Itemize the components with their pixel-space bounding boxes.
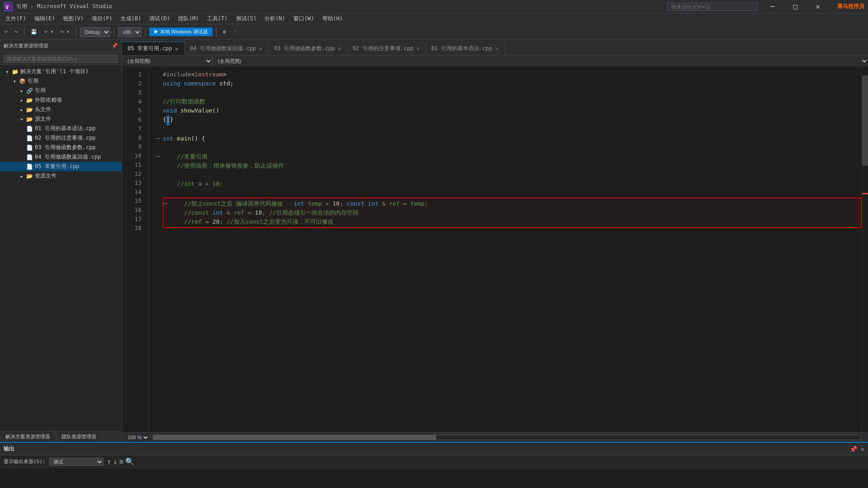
- tb-back-btn[interactable]: ↩: [2, 28, 10, 36]
- sidebar-pin-icon[interactable]: 📌: [112, 43, 118, 49]
- sidebar-header: 解决方案资源管理器 📌: [0, 40, 122, 52]
- output-wrap-btn[interactable]: ↓: [113, 457, 118, 466]
- scope-right-select[interactable]: (全局范围): [212, 56, 868, 66]
- code-line-10: ─ //常量引用: [156, 152, 862, 161]
- tree-file-2[interactable]: 📄 02 引用的注意事项.cpp: [0, 133, 122, 143]
- code-line-8: ─ int main() {: [156, 134, 862, 143]
- tree-source[interactable]: ▾ 📂 源文件: [0, 114, 122, 124]
- tree-file-3[interactable]: 📄 03 引用做函数参数.cpp: [0, 143, 122, 152]
- tree-headers[interactable]: ▸ 📂 头文件: [0, 105, 122, 114]
- sidebar-tab-solution[interactable]: 解决方案资源管理器: [0, 432, 56, 442]
- output-find-btn[interactable]: 🔍: [125, 457, 134, 466]
- h-scroll-thumb[interactable]: [153, 435, 436, 440]
- res-expand-icon: ▸: [18, 173, 25, 179]
- run-button[interactable]: ▶ 本地 Windows 调试器: [149, 28, 212, 36]
- menu-bar: 文件(F) 编辑(E) 视图(V) 项目(P) 生成(B) 调试(D) 团队(M…: [0, 14, 868, 24]
- menu-debug[interactable]: 调试(D): [146, 14, 174, 23]
- main-layout: 解决方案资源管理器 📌 ▾ 📁 解决方案'引用'(1 个项目) ▾ 📦 引用: [0, 40, 868, 442]
- tab-3[interactable]: 02 引用的注意事项.cpp ✕: [347, 42, 426, 55]
- scroll-thumb[interactable]: [862, 75, 868, 166]
- tab-close-4[interactable]: ✕: [495, 45, 499, 52]
- menu-file[interactable]: 文件(F): [2, 14, 30, 23]
- tb-undo-btn[interactable]: ↩ ▾: [42, 28, 56, 36]
- output-clear-btn[interactable]: ↑: [107, 457, 112, 466]
- file-icon-5: 📄: [25, 164, 33, 170]
- menu-tools[interactable]: 工具(T): [203, 14, 231, 23]
- project-label: 引用: [28, 77, 120, 85]
- tb-save-btn[interactable]: 💾: [28, 28, 40, 36]
- restore-button[interactable]: □: [785, 0, 806, 14]
- sidebar-title: 解决方案资源管理器: [4, 42, 48, 49]
- horizontal-scrollbar[interactable]: [153, 435, 861, 440]
- scope-bar: (全局范围) (全局范围): [122, 56, 868, 66]
- output-source-select[interactable]: 调试: [49, 458, 104, 466]
- config-select[interactable]: Debug: [80, 27, 110, 37]
- code-line-11: //使用场景：用来修饰形参，防止误操作: [156, 161, 862, 170]
- tree-references[interactable]: ▸ 🔗 引用: [0, 86, 122, 95]
- tb-extra-1[interactable]: ⚙: [220, 28, 229, 36]
- svg-text:V: V: [5, 4, 9, 10]
- code-line-1: #include<iostream>: [156, 70, 862, 79]
- tab-3-label: 02 引用的注意事项.cpp: [353, 45, 414, 52]
- tree-file-1[interactable]: 📄 01 引用的基本语法.cpp: [0, 124, 122, 133]
- app-icon: V: [4, 2, 13, 11]
- ref-icon: 🔗: [25, 88, 33, 94]
- code-line-7: [156, 125, 862, 134]
- sidebar-search-input[interactable]: [4, 55, 118, 63]
- code-editor[interactable]: #include<iostream> using namespace std; …: [149, 66, 862, 432]
- tab-close-0[interactable]: ✕: [175, 45, 179, 52]
- file-icon-1: 📄: [25, 126, 33, 132]
- source-icon: 📂: [25, 116, 33, 122]
- output-pin-icon[interactable]: 📌: [849, 446, 857, 453]
- tree-project[interactable]: ▾ 📦 引用: [0, 76, 122, 86]
- tab-2[interactable]: 03 引用做函数参数.cpp ✕: [269, 42, 347, 55]
- tree-resources[interactable]: ▸ 📂 资源文件: [0, 171, 122, 181]
- menu-view[interactable]: 视图(V): [59, 14, 87, 23]
- sidebar-tab-team[interactable]: 团队资源管理器: [56, 432, 102, 442]
- tb-sep-5: [216, 28, 217, 37]
- code-line-5: void showValue(): [156, 106, 862, 115]
- tree-file-4[interactable]: 📄 04 引用做函数返回值.cpp: [0, 152, 122, 162]
- ext-icon: 📂: [25, 97, 33, 103]
- menu-build[interactable]: 生成(B): [117, 14, 145, 23]
- title-bar: V 引用 - Microsoft Visual Studio ─ □ ✕ 黑马程…: [0, 0, 868, 14]
- tab-close-1[interactable]: ✕: [259, 45, 263, 52]
- menu-edit[interactable]: 编辑(E): [31, 14, 59, 23]
- solution-label: 解决方案'引用'(1 个项目): [20, 68, 120, 75]
- quick-search-input[interactable]: [667, 3, 758, 11]
- tree-file-5[interactable]: 📄 05 常量引用.cpp: [0, 162, 122, 171]
- tab-1-label: 04 引用做函数返回值.cpp: [190, 45, 256, 52]
- output-close-icon[interactable]: ✕: [861, 446, 864, 453]
- editor-scrollbar[interactable]: [862, 66, 868, 432]
- menu-project[interactable]: 项目(P): [88, 14, 116, 23]
- tb-extra-2[interactable]: ⋮: [230, 28, 241, 36]
- platform-select[interactable]: x86: [118, 27, 142, 37]
- minimize-button[interactable]: ─: [762, 0, 783, 14]
- menu-test[interactable]: 测试(S): [232, 14, 260, 23]
- tree-solution[interactable]: ▾ 📁 解决方案'引用'(1 个项目): [0, 67, 122, 76]
- scope-left-select[interactable]: (全局范围): [122, 56, 212, 66]
- zoom-select[interactable]: 100 %: [126, 433, 149, 442]
- tab-1[interactable]: 04 引用做函数返回值.cpp ✕: [184, 42, 269, 55]
- output-copy-btn[interactable]: ≡: [119, 457, 124, 466]
- header-expand-icon: ▸: [18, 107, 25, 113]
- tb-forward-btn[interactable]: ↪: [12, 28, 21, 36]
- tab-2-label: 03 引用做函数参数.cpp: [274, 45, 335, 52]
- tab-4-label: 01 引用的基本语法.cpp: [431, 45, 492, 52]
- menu-window[interactable]: 窗口(W): [290, 14, 318, 23]
- close-button[interactable]: ✕: [807, 0, 828, 14]
- tab-4[interactable]: 01 引用的基本语法.cpp ✕: [426, 42, 505, 55]
- menu-team[interactable]: 团队(M): [175, 14, 203, 23]
- tree-ext-deps[interactable]: ▸ 📂 外部依赖项: [0, 95, 122, 105]
- tb-redo-btn[interactable]: ↪ ▾: [58, 28, 72, 36]
- code-line-6: {|}: [156, 115, 862, 125]
- menu-analyze[interactable]: 分析(N): [261, 14, 289, 23]
- code-line-12: [156, 170, 862, 179]
- tb-sep-4: [145, 28, 146, 37]
- tab-active[interactable]: 05 常量引用.cpp ✕: [122, 42, 184, 55]
- ext-label: 外部依赖项: [35, 96, 120, 104]
- tab-close-2[interactable]: ✕: [338, 45, 341, 52]
- tab-close-3[interactable]: ✕: [416, 45, 420, 52]
- source-expand-icon: ▾: [18, 116, 25, 122]
- menu-help[interactable]: 帮助(H): [319, 14, 347, 23]
